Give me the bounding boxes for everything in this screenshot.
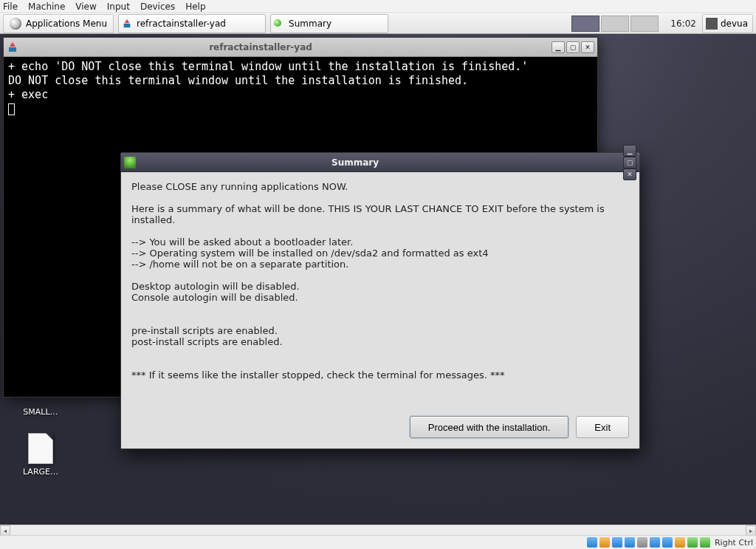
terminal-line: + echo 'DO NOT close this terminal windo… xyxy=(8,60,528,73)
summary-text: Here is a summary of what will be done. … xyxy=(131,203,608,225)
dialog-button-row: Proceed with the installation. Exit xyxy=(121,409,639,449)
workspace-1[interactable] xyxy=(571,16,599,32)
vm-menubar: File Machine View Input Devices Help xyxy=(0,0,756,13)
user-menu[interactable]: devua xyxy=(702,14,753,33)
vm-menu-view[interactable]: View xyxy=(75,1,96,12)
dialog-titlebar[interactable]: Summary ▁ ▢ ✕ xyxy=(121,153,639,172)
vm-menu-input[interactable]: Input xyxy=(107,1,130,12)
desktop-icon-large[interactable]: LARGE… xyxy=(15,433,66,477)
vm-menu-devices[interactable]: Devices xyxy=(140,1,175,12)
vm-recording-icon[interactable] xyxy=(675,537,685,548)
workspace-3[interactable] xyxy=(630,16,659,32)
desktop-panel: Applications Menu refractainstaller-yad … xyxy=(0,13,756,34)
terminal-line: DO NOT close this terminal window until … xyxy=(8,74,468,87)
workspace-2[interactable] xyxy=(601,16,629,32)
summary-text: pre-install scripts are enabled. xyxy=(131,325,278,336)
terminal-line: + exec xyxy=(8,88,48,101)
vm-disk-icon[interactable] xyxy=(587,537,597,548)
summary-text: Please CLOSE any running applications NO… xyxy=(131,181,348,192)
window-close-button[interactable]: ✕ xyxy=(581,41,594,53)
window-maximize-button[interactable]: ▢ xyxy=(623,157,636,168)
user-icon xyxy=(706,18,718,30)
vm-shared-folder-icon[interactable] xyxy=(650,537,660,548)
svg-rect-0 xyxy=(124,24,131,27)
vm-status-bar: Right Ctrl xyxy=(0,535,756,549)
summary-bullet: --> Operating system will be installed o… xyxy=(131,248,489,259)
distro-logo-icon xyxy=(10,18,21,30)
summary-note: *** If it seems like the installer stopp… xyxy=(131,369,505,381)
taskbar-item-label: Summary xyxy=(289,18,331,29)
scrollbar-track[interactable] xyxy=(10,525,746,535)
summary-text: post-install scripts are enabled. xyxy=(131,336,283,347)
panel-clock: 16:02 xyxy=(670,18,696,29)
summary-text: Desktop autologin will be disabled. xyxy=(131,281,300,292)
vm-optical-icon[interactable] xyxy=(599,537,610,548)
vm-network-icon[interactable] xyxy=(625,537,635,548)
summary-bullet: --> You will be asked about a bootloader… xyxy=(131,236,353,248)
vm-audio-icon[interactable] xyxy=(612,537,622,548)
summary-icon xyxy=(274,18,284,29)
vm-mouse-integration-icon[interactable] xyxy=(700,537,710,548)
window-maximize-button[interactable]: ▢ xyxy=(566,41,580,53)
taskbar-item-summary[interactable]: Summary xyxy=(270,14,388,33)
summary-dialog: Summary ▁ ▢ ✕ Please CLOSE any running a… xyxy=(120,152,640,449)
terminal-titlebar[interactable]: refractainstaller-yad ▁ ▢ ✕ xyxy=(4,38,597,57)
vm-host-key-label: Right Ctrl xyxy=(715,538,753,548)
vm-menu-machine[interactable]: Machine xyxy=(28,1,65,12)
terminal-cursor xyxy=(8,103,15,115)
taskbar-item-installer[interactable]: refractainstaller-yad xyxy=(118,14,266,33)
taskbar-item-label: refractainstaller-yad xyxy=(137,18,226,29)
terminal-title: refractainstaller-yad xyxy=(0,42,550,52)
window-minimize-button[interactable]: ▁ xyxy=(551,41,565,53)
horizontal-scrollbar[interactable]: ◂ ▸ xyxy=(0,525,756,535)
workspace-switcher[interactable] xyxy=(570,16,659,32)
dialog-title: Summary xyxy=(89,157,622,168)
dialog-content: Please CLOSE any running applications NO… xyxy=(121,172,639,409)
scroll-left-button[interactable]: ◂ xyxy=(0,525,10,536)
desktop-icon-small[interactable]: SMALL… xyxy=(15,407,66,417)
desktop-background: SMALL… LARGE… refractainstaller-yad ▁ ▢ … xyxy=(0,34,756,525)
applications-menu-label: Applications Menu xyxy=(26,18,107,29)
summary-bullet: --> /home will not be on a separate part… xyxy=(131,259,348,270)
desktop-icon-label: SMALL… xyxy=(23,407,58,417)
file-icon xyxy=(28,433,53,464)
vm-display-icon[interactable] xyxy=(662,537,673,548)
vm-guest-additions-icon[interactable] xyxy=(687,537,698,548)
vm-menu-file[interactable]: File xyxy=(3,1,18,12)
proceed-button[interactable]: Proceed with the installation. xyxy=(410,416,568,438)
summary-text: Console autologin will be disabled. xyxy=(131,292,298,303)
window-minimize-button[interactable]: ▁ xyxy=(623,145,636,157)
user-label: devua xyxy=(721,18,748,29)
applications-menu-button[interactable]: Applications Menu xyxy=(3,14,114,33)
vm-menu-help[interactable]: Help xyxy=(185,1,205,12)
exit-button[interactable]: Exit xyxy=(576,416,629,438)
scroll-right-button[interactable]: ▸ xyxy=(746,525,756,536)
desktop-icon-label: LARGE… xyxy=(23,467,58,477)
vm-usb-icon[interactable] xyxy=(637,537,647,548)
installer-icon xyxy=(122,18,132,29)
